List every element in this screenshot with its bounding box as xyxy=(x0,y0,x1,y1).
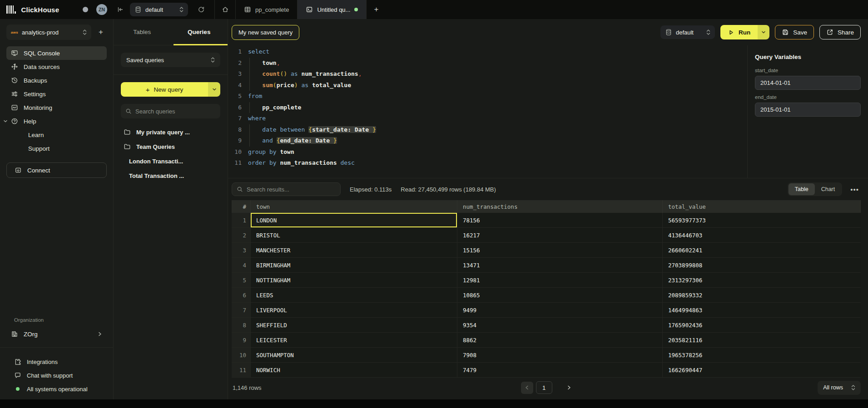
code-line-8[interactable]: 8 date between {start_date: Date } xyxy=(228,124,747,136)
new-query-button[interactable]: + New query xyxy=(121,82,208,97)
sidebar-item-backups[interactable]: Backups xyxy=(6,74,107,87)
row-number-cell[interactable]: 5 xyxy=(232,273,251,288)
code-line-6[interactable]: 6 pp_complete xyxy=(228,102,747,113)
code-line-3[interactable]: 3 count() as num_transactions, xyxy=(228,69,747,80)
town-cell[interactable]: LIVERPOOL xyxy=(251,303,457,318)
num-transactions-cell[interactable]: 8862 xyxy=(457,333,663,348)
town-cell[interactable]: MANCHESTER xyxy=(251,243,457,258)
sidebar-footer-integrations[interactable]: Integrations xyxy=(0,355,113,369)
sidebar-subitem-support[interactable]: Support xyxy=(6,142,107,155)
total-value-cell[interactable]: 4136446703 xyxy=(663,228,861,243)
total-value-cell[interactable]: 2035821116 xyxy=(663,333,861,348)
row-number-cell[interactable]: 1 xyxy=(232,213,251,228)
tab-tables[interactable]: Tables xyxy=(114,19,171,45)
start-date-input[interactable] xyxy=(755,76,861,90)
code-line-2[interactable]: 2 town, xyxy=(228,58,747,69)
view-table-button[interactable]: Table xyxy=(789,183,815,195)
next-page-button[interactable] xyxy=(563,382,575,394)
search-results-input[interactable] xyxy=(247,186,336,193)
town-cell[interactable]: LEICESTER xyxy=(251,333,457,348)
town-cell[interactable]: SHEFFIELD xyxy=(251,318,457,333)
total-value-cell[interactable]: 2703899808 xyxy=(663,258,861,273)
sidebar-item-sql-console[interactable]: SQL Console xyxy=(6,46,107,60)
current-page-button[interactable]: 1 xyxy=(536,381,552,394)
town-cell[interactable]: LONDON xyxy=(251,213,457,228)
code-line-10[interactable]: 10group by town xyxy=(228,147,747,158)
row-number-cell[interactable]: 9 xyxy=(232,333,251,348)
sidebar-item-settings[interactable]: Settings xyxy=(6,87,107,101)
num-transactions-cell[interactable]: 13471 xyxy=(457,258,663,273)
tab-queries[interactable]: Queries xyxy=(171,19,228,45)
num-transactions-cell[interactable]: 9354 xyxy=(457,318,663,333)
connect-button[interactable]: Connect xyxy=(6,162,107,178)
row-number-cell[interactable]: 8 xyxy=(232,318,251,333)
column-header-total-value[interactable]: total_value xyxy=(663,200,861,213)
num-transactions-cell[interactable]: 7479 xyxy=(457,363,663,378)
town-cell[interactable]: BRISTOL xyxy=(251,228,457,243)
row-number-cell[interactable]: 4 xyxy=(232,258,251,273)
town-cell[interactable]: NOTTINGHAM xyxy=(251,273,457,288)
total-value-cell[interactable]: 1765902436 xyxy=(663,318,861,333)
view-chart-button[interactable]: Chart xyxy=(815,183,842,195)
code-line-7[interactable]: 7where xyxy=(228,113,747,124)
code-line-9[interactable]: 9 and {end_date: Date } xyxy=(228,135,747,147)
collapse-sidebar-button[interactable] xyxy=(114,3,127,16)
search-queries-input[interactable] xyxy=(135,108,216,115)
page-size-selector[interactable]: All rows xyxy=(818,381,861,395)
code-line-11[interactable]: 11order by num_transactions desc xyxy=(228,157,747,169)
service-selector[interactable]: aws analytics-prod xyxy=(6,25,91,40)
run-button[interactable]: Run xyxy=(720,25,758,39)
total-value-cell[interactable]: 2660602241 xyxy=(663,243,861,258)
query-name-chip[interactable]: My new saved query xyxy=(232,25,299,40)
end-date-input[interactable] xyxy=(755,103,861,117)
run-database-selector[interactable]: default xyxy=(660,25,715,39)
notification-dot[interactable] xyxy=(83,7,88,12)
tab-untitled-query[interactable]: Untitled qu... xyxy=(298,0,367,19)
column-header-rownum[interactable]: # xyxy=(232,200,251,213)
code-line-5[interactable]: 5from xyxy=(228,91,747,102)
num-transactions-cell[interactable]: 9499 xyxy=(457,303,663,318)
column-header-town[interactable]: town xyxy=(251,200,457,213)
saved-query-item[interactable]: Team Queries xyxy=(121,139,220,154)
num-transactions-cell[interactable]: 7908 xyxy=(457,348,663,363)
row-number-cell[interactable]: 3 xyxy=(232,243,251,258)
town-cell[interactable]: SOUTHAMPTON xyxy=(251,348,457,363)
sidebar-subitem-learn[interactable]: Learn xyxy=(6,128,107,142)
total-value-cell[interactable]: 2313297306 xyxy=(663,273,861,288)
share-button[interactable]: Share xyxy=(819,25,861,39)
num-transactions-cell[interactable]: 15156 xyxy=(457,243,663,258)
town-cell[interactable]: NORWICH xyxy=(251,363,457,378)
total-value-cell[interactable]: 2089859332 xyxy=(663,288,861,303)
row-number-cell[interactable]: 2 xyxy=(232,228,251,243)
new-tab-button[interactable]: + xyxy=(367,0,386,19)
num-transactions-cell[interactable]: 78156 xyxy=(457,213,663,228)
row-number-cell[interactable]: 11 xyxy=(232,363,251,378)
organization-switcher[interactable]: ZOrg xyxy=(6,327,107,341)
previous-page-button[interactable] xyxy=(521,382,533,394)
add-service-button[interactable]: + xyxy=(95,26,107,38)
sidebar-item-data-sources[interactable]: Data sources xyxy=(6,60,107,74)
saved-queries-dropdown[interactable]: Saved queries xyxy=(121,53,220,67)
num-transactions-cell[interactable]: 16217 xyxy=(457,228,663,243)
num-transactions-cell[interactable]: 12981 xyxy=(457,273,663,288)
saved-query-item[interactable]: My private query ... xyxy=(121,125,220,139)
more-options-button[interactable]: ••• xyxy=(848,186,861,193)
sql-editor[interactable]: 1select2 town,3 count() as num_transacti… xyxy=(228,45,747,178)
town-cell[interactable]: LEEDS xyxy=(251,288,457,303)
tab-pp-complete[interactable]: pp_complete xyxy=(236,0,298,19)
total-value-cell[interactable]: 1464994863 xyxy=(663,303,861,318)
sidebar-item-monitoring[interactable]: Monitoring xyxy=(6,101,107,114)
row-number-cell[interactable]: 6 xyxy=(232,288,251,303)
database-selector[interactable]: default xyxy=(130,3,188,16)
saved-query-item[interactable]: Total Transaction ... xyxy=(121,168,220,183)
sidebar-footer-all-systems-operational[interactable]: All systems operational xyxy=(0,382,113,396)
save-button[interactable]: Save xyxy=(775,25,814,39)
total-value-cell[interactable]: 56593977373 xyxy=(663,213,861,228)
town-cell[interactable]: BIRMINGHAM xyxy=(251,258,457,273)
code-line-4[interactable]: 4 sum(price) as total_value xyxy=(228,80,747,91)
row-number-cell[interactable]: 7 xyxy=(232,303,251,318)
new-query-dropdown-button[interactable] xyxy=(208,82,220,97)
num-transactions-cell[interactable]: 10865 xyxy=(457,288,663,303)
saved-query-item[interactable]: London Transacti... xyxy=(121,154,220,168)
column-header-num-transactions[interactable]: num_transactions xyxy=(457,200,663,213)
